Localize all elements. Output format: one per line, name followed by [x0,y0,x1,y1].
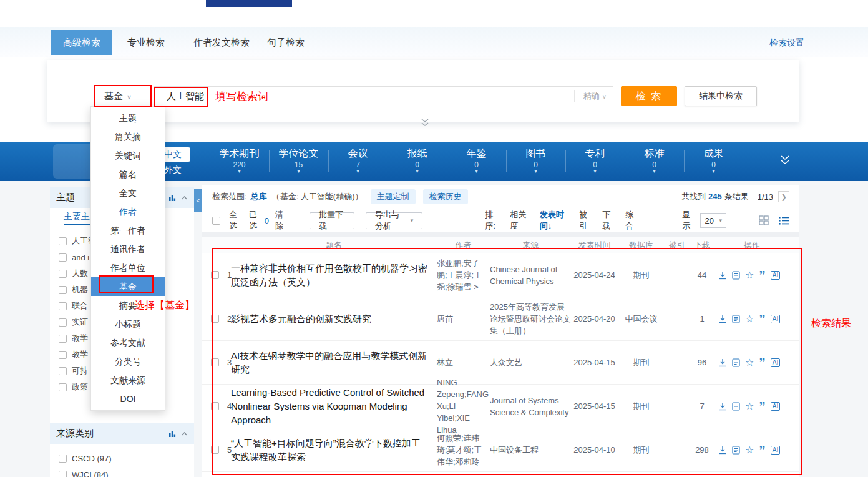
tab-professional-search[interactable]: 专业检索 [124,30,168,55]
field-option-abstract[interactable]: 摘要 [91,296,165,315]
favorite-icon[interactable]: ☆ [745,446,754,455]
checkbox[interactable] [59,270,67,278]
checkbox[interactable] [211,315,219,323]
field-option-title-abstract-keyword[interactable]: 篇关摘 [91,127,165,146]
field-option-classification-number[interactable]: 分类号 [91,352,165,371]
reader-icon[interactable] [732,271,740,280]
checkbox[interactable] [59,335,67,343]
source-filter-item[interactable]: WJCI (84) [50,466,194,477]
result-title-link[interactable]: AI技术在钢琴教学中的融合应用与教学模式创新研究 [231,349,437,376]
result-title-link[interactable]: Learning-Based Predictive Control of Swi… [231,386,437,427]
favorite-icon[interactable]: ☆ [745,402,754,411]
doctype-standard[interactable]: 标准 0 ▾ [625,142,684,181]
field-option-fund[interactable]: 基金 [91,277,165,296]
field-option-references[interactable]: 参考文献 [91,333,165,352]
tab-author-publication-search[interactable]: 作者发文检索 [190,30,253,55]
favorite-icon[interactable]: ☆ [745,315,754,323]
precision-selector[interactable]: 精确∨ [574,90,607,102]
collapse-form-handle[interactable] [413,117,437,128]
result-authors[interactable]: NING Zepeng;FANG Xu;LI Yibei;XIE Lihua [437,376,490,436]
doctype-dissertation[interactable]: 学位论文 15 ▾ [269,142,328,181]
sort-cited[interactable]: 被引 [579,209,592,232]
sort-relevance[interactable]: 相关度 [510,209,530,232]
more-doctypes-button[interactable] [778,154,792,169]
scope-value[interactable]: 总库 [251,191,267,202]
checkbox[interactable] [59,318,67,327]
batch-download-button[interactable]: 批量下载 [310,212,354,229]
result-title-link[interactable]: 影视艺术多元融合的创新实践研究 [231,312,437,326]
field-option-author[interactable]: 作者 [91,202,165,221]
field-option-doi[interactable]: DOI [91,390,165,408]
select-all-control[interactable]: 全选 [212,209,239,232]
download-icon[interactable] [718,446,727,455]
sort-publish-date[interactable]: 发表时间↓ [540,209,569,232]
chevron-up-icon[interactable] [181,195,188,200]
sort-comprehensive[interactable]: 综合 [625,209,638,232]
list-view-icon[interactable] [779,216,789,225]
reader-icon[interactable] [732,446,740,455]
field-option-corresponding-author[interactable]: 通讯作者 [91,240,165,258]
result-source[interactable]: 中国设备工程 [490,444,571,456]
quote-icon[interactable]: ” [759,447,766,453]
sort-downloads[interactable]: 下载 [602,209,615,232]
sidebar-collapse-handle[interactable]: < [194,189,202,212]
reader-icon[interactable] [732,358,740,367]
grid-view-icon[interactable] [759,215,769,225]
bar-chart-icon[interactable] [168,430,176,438]
result-source[interactable]: Chinese Journal of Chemical Physics [490,263,571,287]
quote-icon[interactable]: ” [759,272,766,278]
doctype-patent[interactable]: 专利 0 ▾ [565,142,625,181]
checkbox[interactable] [59,237,67,245]
reader-icon[interactable] [732,402,740,411]
clear-selection-link[interactable]: 清除 [275,209,287,232]
checkbox[interactable] [59,367,67,375]
field-option-keyword[interactable]: 关键词 [91,146,165,165]
topic-custom-button[interactable]: 主题定制 [371,189,416,204]
result-authors[interactable]: 张亚鹏;安子鹏;王晨淳;王尧;徐瑞雪 > [437,257,490,293]
checkbox[interactable] [59,471,67,477]
search-button[interactable]: 检 索 [621,86,677,106]
next-page-button[interactable]: ❯ [778,191,789,202]
checkbox[interactable] [211,358,219,366]
download-icon[interactable] [718,402,727,411]
field-option-author-affiliation[interactable]: 作者单位 [91,258,165,277]
field-option-full-text[interactable]: 全文 [91,184,165,202]
field-option-article-title[interactable]: 篇名 [91,165,165,184]
checkbox[interactable] [212,217,220,225]
field-option-literature-source[interactable]: 文献来源 [91,371,165,390]
favorite-icon[interactable]: ☆ [745,358,754,367]
field-option-first-author[interactable]: 第一作者 [91,221,165,240]
doctype-book[interactable]: 图书 0 ▾ [506,142,565,181]
export-analyze-button[interactable]: 导出与分析▾ [366,212,422,229]
doctype-newspaper[interactable]: 报纸 0 ▾ [388,142,447,181]
field-selector-dropdown[interactable]: 基金∨ [104,86,132,106]
result-authors[interactable]: 何照荣;连玮琦;莫才颂;王伟华;邓莉玲 [437,432,490,468]
checkbox[interactable] [59,253,67,262]
checkbox[interactable] [59,383,67,391]
tab-advanced-search[interactable]: 高级检索 [51,30,112,55]
field-option-topic[interactable]: 主题 [91,109,165,127]
ai-icon[interactable]: AI [771,446,780,455]
ai-icon[interactable]: AI [771,315,780,323]
result-source[interactable]: Journal of Systems Science & Complexity [490,395,571,418]
page-size-selector[interactable]: 20▾ [700,213,726,228]
bar-chart-icon[interactable] [168,194,176,202]
search-in-results-button[interactable]: 结果中检索 [685,86,757,106]
checkbox[interactable] [59,455,67,463]
doctype-conference[interactable]: 会议 7 ▾ [328,142,388,181]
result-authors[interactable]: 唐苗 [437,313,490,325]
doctype-academic-journal[interactable]: 学术期刊 220 ▾ [210,142,269,181]
checkbox[interactable] [211,402,219,410]
ai-icon[interactable]: AI [771,358,780,367]
result-authors[interactable]: 林立 [437,357,490,368]
source-filter-item[interactable]: CSCD (97) [50,450,194,466]
checkbox[interactable] [59,302,67,310]
doctype-yearbook[interactable]: 年鉴 0 ▾ [447,142,506,181]
search-input[interactable]: 人工智能 [167,87,204,106]
search-settings-link[interactable]: 检索设置 [769,37,804,49]
quote-icon[interactable]: ” [759,316,766,322]
favorite-icon[interactable]: ☆ [745,271,754,280]
search-history-button[interactable]: 检索历史 [423,189,468,204]
result-source[interactable]: 2025年高等教育发展论坛暨思政研讨会论文集（上册） [490,301,571,337]
result-title-link[interactable]: 一种兼容非共价相互作用色散校正的机器学习密度泛函方法（英文） [231,262,437,289]
